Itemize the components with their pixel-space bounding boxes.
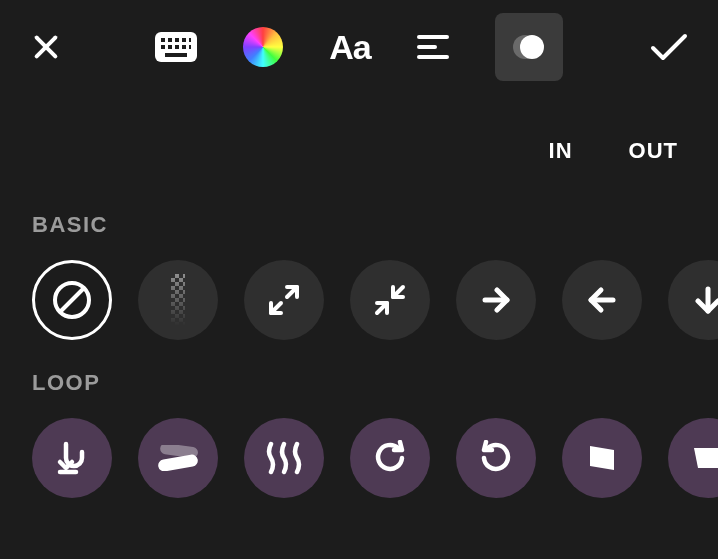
arrow-right-icon bbox=[480, 284, 512, 316]
effect-zoom-out[interactable] bbox=[350, 260, 430, 340]
svg-rect-11 bbox=[182, 45, 186, 49]
confirm-button[interactable] bbox=[650, 32, 688, 62]
font-button[interactable]: Aa bbox=[329, 28, 370, 67]
svg-rect-6 bbox=[182, 38, 186, 42]
svg-rect-7 bbox=[189, 38, 191, 42]
bounce-icon bbox=[52, 438, 92, 478]
color-button[interactable] bbox=[243, 27, 283, 67]
sway-icon bbox=[584, 440, 620, 476]
effects-button[interactable] bbox=[495, 13, 563, 81]
effect-none[interactable] bbox=[32, 260, 112, 340]
effect-more[interactable] bbox=[668, 418, 718, 498]
svg-rect-13 bbox=[165, 53, 187, 57]
rotate-ccw-icon bbox=[478, 440, 514, 476]
wave-icon bbox=[265, 440, 303, 476]
rotate-cw-icon bbox=[372, 440, 408, 476]
top-bar: Aa bbox=[0, 0, 718, 94]
svg-line-20 bbox=[60, 288, 84, 312]
toolbar: Aa bbox=[90, 13, 628, 81]
effect-slide-down[interactable] bbox=[668, 260, 718, 340]
effect-slide-left[interactable] bbox=[562, 260, 642, 340]
keyboard-icon bbox=[155, 32, 197, 62]
effect-slide-right[interactable] bbox=[456, 260, 536, 340]
svg-rect-4 bbox=[168, 38, 172, 42]
effect-fade[interactable] bbox=[138, 260, 218, 340]
svg-rect-12 bbox=[189, 45, 191, 49]
close-button[interactable] bbox=[30, 31, 62, 63]
contract-icon bbox=[374, 284, 406, 316]
top-right bbox=[628, 32, 688, 62]
fade-icon bbox=[171, 274, 185, 326]
basic-row bbox=[0, 260, 718, 340]
keyboard-button[interactable] bbox=[155, 32, 197, 62]
effects-icon bbox=[509, 27, 549, 67]
effect-zoom-in[interactable] bbox=[244, 260, 324, 340]
arrow-down-icon bbox=[692, 284, 718, 316]
svg-rect-10 bbox=[175, 45, 179, 49]
expand-icon bbox=[268, 284, 300, 316]
arrow-left-icon bbox=[586, 284, 618, 316]
effect-spin-cw[interactable] bbox=[350, 418, 430, 498]
tab-out[interactable]: OUT bbox=[629, 138, 678, 164]
close-icon bbox=[30, 31, 62, 63]
none-icon bbox=[51, 279, 93, 321]
effect-swing[interactable] bbox=[138, 418, 218, 498]
effect-sway[interactable] bbox=[562, 418, 642, 498]
svg-point-18 bbox=[520, 35, 544, 59]
svg-rect-3 bbox=[161, 38, 165, 42]
section-label-loop: LOOP bbox=[0, 340, 718, 418]
align-left-icon bbox=[417, 34, 449, 60]
svg-rect-5 bbox=[175, 38, 179, 42]
align-button[interactable] bbox=[417, 34, 449, 60]
effect-wave[interactable] bbox=[244, 418, 324, 498]
effect-bounce[interactable] bbox=[32, 418, 112, 498]
check-icon bbox=[650, 32, 688, 62]
font-icon: Aa bbox=[329, 28, 370, 67]
loop-row bbox=[0, 418, 718, 498]
more-icon bbox=[690, 440, 718, 476]
section-label-basic: BASIC bbox=[0, 164, 718, 260]
svg-rect-8 bbox=[161, 45, 165, 49]
effect-spin-ccw[interactable] bbox=[456, 418, 536, 498]
direction-tabs: IN OUT bbox=[0, 94, 718, 164]
svg-rect-9 bbox=[168, 45, 172, 49]
swing-icon bbox=[156, 445, 200, 471]
color-wheel-icon bbox=[243, 27, 283, 67]
tab-in[interactable]: IN bbox=[549, 138, 573, 164]
top-left bbox=[30, 31, 90, 63]
